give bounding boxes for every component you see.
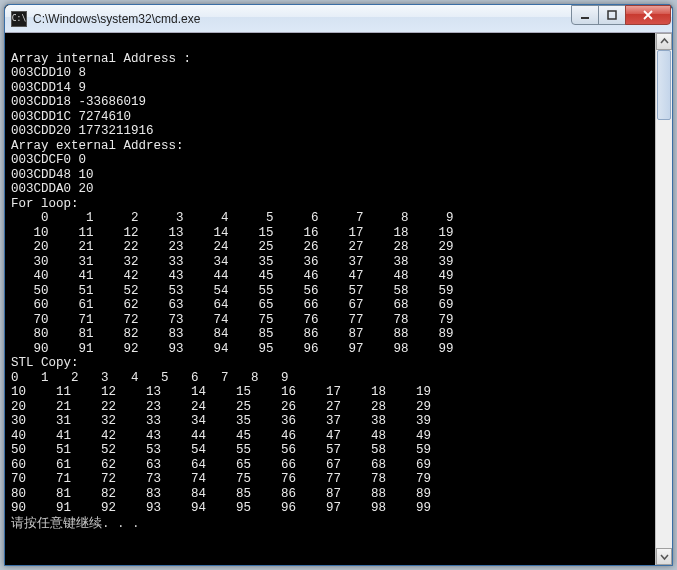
minimize-icon: [580, 10, 590, 20]
scroll-down-button[interactable]: [656, 548, 672, 565]
maximize-button[interactable]: [598, 5, 626, 25]
cmd-window: C:\ C:\Windows\system32\cmd.exe Array in…: [4, 4, 673, 566]
svg-rect-1: [608, 11, 616, 19]
press-any-key: 请按任意键继续. . .: [11, 515, 140, 530]
window-title: C:\Windows\system32\cmd.exe: [33, 12, 572, 26]
close-icon: [642, 10, 654, 20]
terminal-output: Array internal Address : 003CDD10 8 003C…: [5, 33, 655, 565]
minimize-button[interactable]: [571, 5, 599, 25]
close-button[interactable]: [625, 5, 671, 25]
scroll-thumb[interactable]: [657, 50, 671, 120]
app-icon: C:\: [11, 11, 27, 27]
scroll-track[interactable]: [656, 50, 672, 548]
maximize-icon: [607, 10, 617, 20]
chevron-up-icon: [660, 37, 669, 46]
vertical-scrollbar[interactable]: [655, 33, 672, 565]
chevron-down-icon: [660, 552, 669, 561]
window-controls: [572, 5, 671, 25]
client-area: Array internal Address : 003CDD10 8 003C…: [5, 33, 672, 565]
titlebar[interactable]: C:\ C:\Windows\system32\cmd.exe: [5, 5, 672, 33]
scroll-up-button[interactable]: [656, 33, 672, 50]
svg-rect-0: [581, 17, 589, 19]
